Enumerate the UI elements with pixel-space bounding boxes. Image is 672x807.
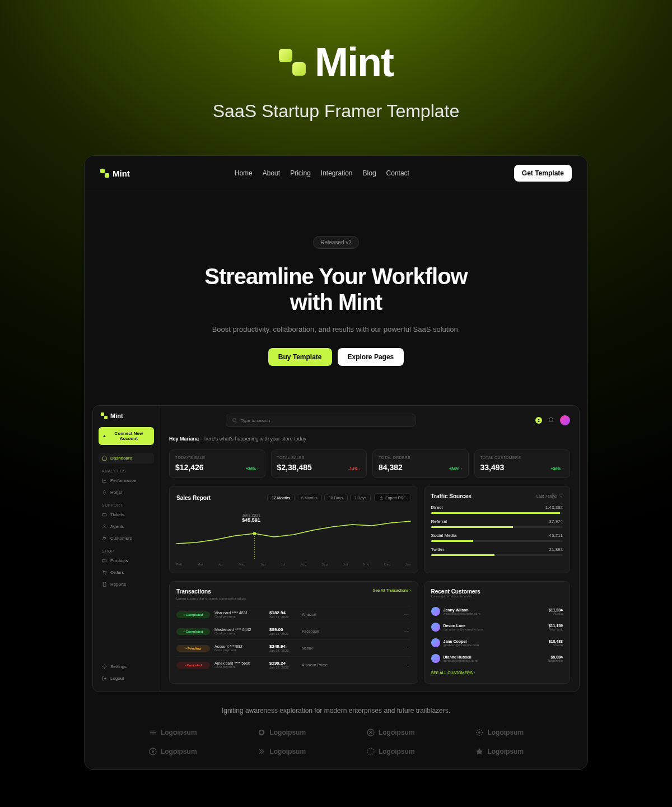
- nav-logo[interactable]: Mint: [100, 169, 130, 178]
- range-tab[interactable]: 12 Months: [267, 494, 295, 502]
- avatar: [431, 623, 440, 632]
- partner-logo: Logoipsum: [129, 747, 216, 756]
- chart-icon: [102, 478, 107, 483]
- logo-icon: [148, 728, 157, 737]
- logo-icon: [366, 747, 375, 756]
- sales-report-panel: Sales Report 12 Months6 Months30 Days7 D…: [169, 486, 418, 573]
- sidebar-item-dashboard[interactable]: Dashboard: [99, 453, 154, 463]
- panel-title: Recent Customers: [431, 588, 563, 595]
- range-tab[interactable]: 6 Months: [297, 494, 322, 502]
- svg-point-24: [367, 748, 374, 755]
- search-input[interactable]: [226, 414, 416, 427]
- buy-template-button[interactable]: Buy Template: [268, 348, 332, 366]
- partner-logo: Logoipsum: [347, 728, 434, 737]
- panel-subtitle: Lorem ipsum dolor sit amet, consectetur …: [176, 597, 411, 600]
- search-icon: [232, 418, 237, 423]
- hero-section: Released v2 Streamline Your Workflow wit…: [85, 191, 587, 388]
- sidebar-item-performance[interactable]: Performance: [99, 475, 154, 486]
- svg-point-16: [476, 732, 477, 733]
- panel-title: Transactions: [176, 588, 211, 595]
- status-badge: • Completed: [176, 611, 210, 618]
- more-icon[interactable]: ⋯: [401, 645, 411, 651]
- sidebar-item-tickets[interactable]: Tickets: [99, 509, 154, 520]
- svg-point-1: [104, 525, 105, 527]
- notification-badge[interactable]: 2: [535, 417, 542, 424]
- see-all-customers-link[interactable]: SEE ALL CUSTOMERS ›: [431, 671, 475, 675]
- sidebar-item-logout[interactable]: Logout: [99, 673, 154, 684]
- status-badge: • Canceled: [176, 662, 210, 669]
- cart-icon: [102, 570, 107, 575]
- nav-link-home[interactable]: Home: [235, 169, 253, 177]
- partner-logo: Logoipsum: [129, 728, 216, 737]
- nav-link-blog[interactable]: Blog: [363, 169, 376, 177]
- more-icon[interactable]: ⋯: [401, 662, 411, 668]
- sidebar-section-analytics: ANALYTICS: [99, 465, 154, 475]
- transaction-row: • PendingAccount ****882Bank payment$249…: [176, 639, 411, 656]
- bell-icon[interactable]: [548, 417, 554, 424]
- stat-card: TOTAL ORDERS84,382+36% ↑: [372, 449, 469, 478]
- partner-logo: Logoipsum: [456, 747, 543, 756]
- sidebar-item-products[interactable]: Products: [99, 555, 154, 566]
- download-icon: [379, 495, 384, 500]
- nav-link-contact[interactable]: Contact: [386, 169, 409, 177]
- sidebar-item-hotjar[interactable]: Hotjar: [99, 487, 154, 498]
- plus-icon: +: [103, 434, 106, 439]
- stat-card: TOTAL SALES$2,38,485-14% ↓: [271, 449, 367, 478]
- range-tab[interactable]: 7 Days: [350, 494, 371, 502]
- hero-description: Boost productivity, collaboration, and r…: [107, 325, 565, 333]
- get-template-button[interactable]: Get Template: [514, 165, 572, 182]
- range-tab[interactable]: 30 Days: [324, 494, 348, 502]
- sidebar-item-settings[interactable]: Settings: [99, 661, 154, 672]
- nav-link-integration[interactable]: Integration: [321, 169, 353, 177]
- customer-row: Dianne Russellcurtis.d@example.com$9,084…: [431, 651, 563, 666]
- release-badge: Released v2: [313, 236, 359, 249]
- home-icon: [102, 456, 107, 461]
- sidebar-item-agents[interactable]: Agents: [99, 521, 154, 532]
- transaction-row: • CompletedVisa card **** 4831Card payme…: [176, 606, 411, 623]
- export-pdf-button[interactable]: Export PDF: [374, 493, 410, 502]
- transaction-row: • CompletedMastercard **** 6442Card paym…: [176, 623, 411, 639]
- traffic-item: Social Media45,211: [431, 533, 563, 542]
- svg-point-15: [479, 735, 480, 736]
- svg-point-20: [481, 730, 482, 731]
- sidebar-item-customers[interactable]: Customers: [99, 533, 154, 544]
- nav-brand: Mint: [113, 169, 130, 178]
- sidebar: Mint + Connect New Account Dashboard ANA…: [93, 406, 160, 692]
- explore-pages-button[interactable]: Explore Pages: [338, 348, 404, 366]
- user-avatar[interactable]: [560, 415, 570, 425]
- see-all-transactions-link[interactable]: See All Transactions ›: [373, 588, 411, 592]
- transactions-panel: Transactions See All Transactions › Lore…: [169, 581, 418, 684]
- svg-point-2: [103, 537, 104, 538]
- avatar: [431, 654, 440, 663]
- avatar: [431, 638, 440, 647]
- users-icon: [102, 536, 107, 541]
- traffic-item: Direct1,43,382: [431, 505, 563, 514]
- status-badge: • Pending: [176, 645, 210, 652]
- avatar: [431, 607, 440, 616]
- connect-account-button[interactable]: + Connect New Account: [99, 427, 154, 445]
- svg-point-14: [479, 729, 480, 730]
- svg-point-21: [477, 734, 478, 735]
- more-icon[interactable]: ⋯: [401, 611, 411, 618]
- stat-card: TOTAL CUSTOMERS33,493+36% ↑: [474, 449, 571, 478]
- nav-link-pricing[interactable]: Pricing: [290, 169, 311, 177]
- sidebar-item-reports[interactable]: Reports: [99, 579, 154, 590]
- more-icon[interactable]: ⋯: [401, 628, 411, 634]
- hero-subtitle: SaaS Startup Framer Template: [22, 101, 650, 122]
- svg-point-18: [477, 730, 478, 731]
- svg-point-7: [232, 419, 236, 422]
- ticket-icon: [102, 512, 107, 517]
- hero-logo: Mint: [22, 39, 650, 85]
- partner-logo: Logoipsum: [239, 747, 325, 756]
- dashboard-main: 2 Hey Mariana – here's what's happening …: [160, 406, 579, 692]
- sidebar-brand[interactable]: Mint: [99, 412, 154, 419]
- stat-card: TODAY'S SALE$12,426+36% ↑: [169, 449, 265, 478]
- greeting: Hey Mariana – here's what's happening wi…: [169, 436, 570, 442]
- hero-title: Streamline Your Workflow with Mint: [107, 263, 565, 315]
- range-tabs: 12 Months6 Months30 Days7 Days: [267, 494, 371, 502]
- nav-link-about[interactable]: About: [263, 169, 280, 177]
- partner-logos: LogoipsumLogoipsumLogoipsumLogoipsumLogo…: [85, 728, 587, 769]
- sidebar-item-orders[interactable]: Orders: [99, 567, 154, 578]
- period-dropdown[interactable]: Last 7 Days: [536, 494, 563, 498]
- svg-point-3: [105, 537, 106, 539]
